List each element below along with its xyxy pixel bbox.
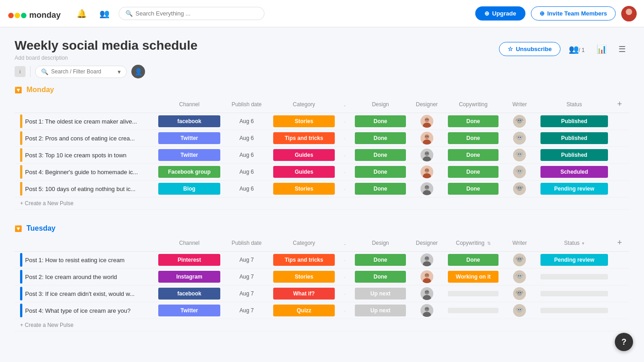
row-copy-cell[interactable] bbox=[446, 285, 501, 302]
row-name-cell[interactable]: Post 4: Beginner's guide to homemade ic.… bbox=[15, 164, 156, 181]
row-channel-cell[interactable]: Facebook group bbox=[156, 164, 222, 181]
row-copy-cell[interactable]: Done bbox=[446, 147, 501, 164]
info-button[interactable]: i bbox=[15, 66, 26, 77]
row-designer-cell[interactable] bbox=[408, 147, 446, 164]
design-chip[interactable]: Done bbox=[355, 132, 406, 144]
design-chip[interactable]: Done bbox=[355, 149, 406, 161]
row-copy-cell[interactable]: Done bbox=[446, 252, 501, 269]
category-chip[interactable]: Guides bbox=[273, 166, 335, 178]
channel-chip[interactable]: Twitter bbox=[158, 149, 220, 161]
writer-avatar[interactable] bbox=[513, 270, 526, 283]
status-chip[interactable]: Pending review bbox=[540, 183, 608, 195]
row-copy-cell[interactable] bbox=[446, 302, 501, 319]
activity-button[interactable]: 📊 bbox=[593, 42, 610, 56]
row-designer-cell[interactable] bbox=[408, 269, 446, 285]
filter-search-input[interactable] bbox=[51, 68, 115, 75]
row-category-cell[interactable]: Stories bbox=[271, 181, 337, 197]
row-category-cell[interactable]: Tips and tricks bbox=[271, 252, 337, 269]
category-chip[interactable]: Stories bbox=[273, 271, 335, 283]
row-name-cell[interactable]: Post 5: 100 days of eating nothing but i… bbox=[15, 181, 156, 197]
status-chip[interactable]: Published bbox=[540, 115, 608, 127]
row-status-cell[interactable]: Scheduled bbox=[539, 164, 610, 181]
row-date-cell[interactable]: Aug 6 bbox=[222, 130, 271, 147]
logo[interactable]: monday bbox=[7, 6, 62, 21]
table-row[interactable]: Post 2: Ice cream around the world Insta… bbox=[15, 269, 629, 285]
board-description[interactable]: Add board description bbox=[15, 55, 197, 61]
designer-avatar[interactable] bbox=[421, 165, 433, 178]
designer-avatar[interactable] bbox=[421, 149, 433, 161]
row-writer-cell[interactable] bbox=[500, 147, 539, 164]
table-row[interactable]: Post 2: Pros and cons of eating ice crea… bbox=[15, 130, 629, 147]
global-search-box[interactable]: 🔍 bbox=[119, 7, 265, 20]
row-copy-cell[interactable]: Done bbox=[446, 181, 501, 197]
channel-chip[interactable]: facebook bbox=[158, 288, 220, 300]
category-chip[interactable]: Stories bbox=[273, 115, 335, 127]
tuesday-group-title[interactable]: Tuesday bbox=[26, 224, 56, 233]
row-writer-cell[interactable] bbox=[500, 113, 539, 130]
copywriting-chip[interactable]: Done bbox=[448, 183, 499, 195]
row-writer-cell[interactable] bbox=[500, 302, 539, 319]
invite-team-button[interactable]: ⊕ Invite Team Members bbox=[531, 6, 616, 21]
copywriting-chip[interactable] bbox=[448, 291, 499, 296]
row-designer-cell[interactable] bbox=[408, 285, 446, 302]
add-column-button-tue[interactable]: + bbox=[617, 238, 622, 248]
row-writer-cell[interactable] bbox=[500, 181, 539, 197]
row-writer-cell[interactable] bbox=[500, 130, 539, 147]
design-chip[interactable]: Up next bbox=[355, 288, 406, 300]
category-chip[interactable]: Tips and tricks bbox=[273, 132, 335, 144]
tuesday-group-toggle[interactable]: 🔽 bbox=[15, 225, 22, 232]
row-date-cell[interactable]: Aug 7 bbox=[222, 269, 271, 285]
row-design-cell[interactable]: Done bbox=[353, 130, 408, 147]
writer-avatar[interactable] bbox=[513, 149, 526, 161]
create-pulse-label[interactable]: + Create a New Pulse bbox=[15, 319, 629, 331]
row-writer-cell[interactable] bbox=[500, 269, 539, 285]
status-chip[interactable] bbox=[540, 308, 608, 313]
copywriting-chip[interactable]: Done bbox=[448, 166, 499, 178]
create-pulse-label[interactable]: + Create a New Pulse bbox=[15, 197, 629, 210]
writer-avatar[interactable] bbox=[513, 132, 526, 145]
row-category-cell[interactable]: Stories bbox=[271, 269, 337, 285]
row-date-cell[interactable]: Aug 6 bbox=[222, 113, 271, 130]
writer-avatar[interactable] bbox=[513, 165, 526, 178]
global-search-input[interactable] bbox=[135, 10, 258, 17]
menu-button[interactable]: ☰ bbox=[615, 42, 629, 56]
row-design-cell[interactable]: Done bbox=[353, 181, 408, 197]
row-status-cell[interactable]: Published bbox=[539, 130, 610, 147]
table-row[interactable]: Post 4: Beginner's guide to homemade ic.… bbox=[15, 164, 629, 181]
status-chip[interactable]: Published bbox=[540, 149, 608, 161]
row-designer-cell[interactable] bbox=[408, 130, 446, 147]
writer-avatar[interactable] bbox=[513, 182, 526, 195]
channel-chip[interactable]: Facebook group bbox=[158, 166, 220, 178]
channel-chip[interactable]: Twitter bbox=[158, 305, 220, 316]
table-row[interactable]: Post 5: 100 days of eating nothing but i… bbox=[15, 181, 629, 197]
status-chip[interactable]: Published bbox=[540, 132, 608, 144]
design-chip[interactable]: Done bbox=[355, 166, 406, 178]
row-channel-cell[interactable]: Twitter bbox=[156, 302, 222, 319]
row-category-cell[interactable]: Stories bbox=[271, 113, 337, 130]
row-name-cell[interactable]: Post 2: Pros and cons of eating ice crea… bbox=[15, 130, 156, 147]
table-row[interactable]: Post 1: How to resist eating ice cream P… bbox=[15, 252, 629, 269]
row-category-cell[interactable]: Tips and tricks bbox=[271, 130, 337, 147]
copywriting-chip[interactable]: Done bbox=[448, 132, 499, 144]
designer-avatar[interactable] bbox=[421, 115, 433, 128]
row-copy-cell[interactable]: Done bbox=[446, 130, 501, 147]
designer-avatar[interactable] bbox=[421, 304, 433, 317]
row-date-cell[interactable]: Aug 6 bbox=[222, 164, 271, 181]
row-copy-cell[interactable]: Working on it bbox=[446, 269, 501, 285]
design-chip[interactable]: Up next bbox=[355, 305, 406, 316]
row-name-cell[interactable]: Post 1: The oldest ice cream maker alive… bbox=[15, 113, 156, 130]
copywriting-chip[interactable]: Done bbox=[448, 149, 499, 161]
row-design-cell[interactable]: Up next bbox=[353, 285, 408, 302]
row-status-cell[interactable] bbox=[539, 302, 610, 319]
category-chip[interactable]: Stories bbox=[273, 183, 335, 195]
channel-chip[interactable]: Twitter bbox=[158, 132, 220, 144]
unsubscribe-button[interactable]: ☆ Unsubscribe bbox=[499, 42, 561, 56]
designer-avatar[interactable] bbox=[421, 270, 433, 283]
category-chip[interactable]: Quizz bbox=[273, 305, 335, 316]
row-design-cell[interactable]: Up next bbox=[353, 302, 408, 319]
row-name-cell[interactable]: Post 4: What type of ice cream are you? bbox=[15, 302, 156, 319]
row-channel-cell[interactable]: Twitter bbox=[156, 130, 222, 147]
table-row[interactable]: Post 1: The oldest ice cream maker alive… bbox=[15, 113, 629, 130]
row-status-cell[interactable]: Published bbox=[539, 147, 610, 164]
row-copy-cell[interactable]: Done bbox=[446, 113, 501, 130]
